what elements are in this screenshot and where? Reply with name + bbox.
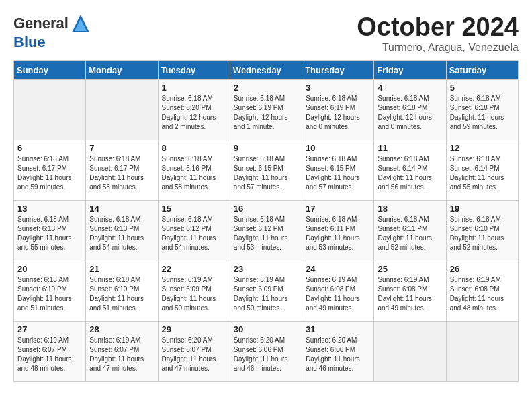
- week-row-4: 20 Sunrise: 6:18 AMSunset: 6:10 PMDaylig…: [14, 261, 519, 321]
- day-cell: 28 Sunrise: 6:19 AMSunset: 6:07 PMDaylig…: [86, 321, 158, 381]
- day-cell: 27 Sunrise: 6:19 AMSunset: 6:07 PMDaylig…: [14, 321, 86, 381]
- day-number: 17: [306, 203, 370, 214]
- column-header-tuesday: Tuesday: [158, 60, 230, 79]
- day-number: 23: [234, 264, 298, 274]
- day-detail: Sunrise: 6:20 AMSunset: 6:07 PMDaylight:…: [162, 336, 226, 373]
- day-cell: 23 Sunrise: 6:19 AMSunset: 6:09 PMDaylig…: [230, 261, 302, 321]
- day-detail: Sunrise: 6:20 AMSunset: 6:06 PMDaylight:…: [234, 336, 298, 373]
- column-header-wednesday: Wednesday: [230, 60, 302, 79]
- day-number: 1: [162, 83, 226, 93]
- day-detail: Sunrise: 6:18 AMSunset: 6:16 PMDaylight:…: [162, 154, 226, 192]
- day-cell: 1 Sunrise: 6:18 AMSunset: 6:20 PMDayligh…: [158, 79, 230, 140]
- day-detail: Sunrise: 6:20 AMSunset: 6:06 PMDaylight:…: [306, 336, 370, 373]
- day-number: 5: [450, 83, 515, 93]
- day-cell: 6 Sunrise: 6:18 AMSunset: 6:17 PMDayligh…: [14, 140, 86, 200]
- day-number: 26: [450, 264, 515, 274]
- day-number: 7: [89, 143, 154, 153]
- day-cell: [446, 321, 518, 381]
- day-cell: 24 Sunrise: 6:19 AMSunset: 6:08 PMDaylig…: [302, 261, 374, 321]
- column-header-sunday: Sunday: [14, 60, 86, 79]
- day-number: 28: [89, 324, 154, 334]
- day-cell: 12 Sunrise: 6:18 AMSunset: 6:14 PMDaylig…: [446, 140, 518, 200]
- day-number: 25: [378, 264, 442, 274]
- day-detail: Sunrise: 6:19 AMSunset: 6:08 PMDaylight:…: [450, 275, 515, 313]
- day-number: 8: [162, 143, 226, 153]
- day-number: 9: [234, 143, 298, 153]
- day-cell: 15 Sunrise: 6:18 AMSunset: 6:12 PMDaylig…: [158, 200, 230, 261]
- day-number: 31: [306, 324, 370, 334]
- day-cell: 13 Sunrise: 6:18 AMSunset: 6:13 PMDaylig…: [14, 200, 86, 261]
- day-cell: 11 Sunrise: 6:18 AMSunset: 6:14 PMDaylig…: [374, 140, 446, 200]
- day-detail: Sunrise: 6:18 AMSunset: 6:20 PMDaylight:…: [162, 94, 226, 132]
- logo: General Blue: [13, 13, 91, 51]
- day-detail: Sunrise: 6:18 AMSunset: 6:10 PMDaylight:…: [17, 275, 82, 313]
- day-detail: Sunrise: 6:18 AMSunset: 6:18 PMDaylight:…: [450, 94, 515, 132]
- column-header-saturday: Saturday: [446, 60, 518, 79]
- day-cell: [86, 79, 158, 140]
- day-number: 27: [17, 324, 82, 334]
- day-detail: Sunrise: 6:18 AMSunset: 6:10 PMDaylight:…: [450, 215, 515, 253]
- day-cell: 10 Sunrise: 6:18 AMSunset: 6:15 PMDaylig…: [302, 140, 374, 200]
- title-section: October 2024 Turmero, Aragua, Venezuela: [357, 13, 519, 54]
- logo-general-text: General: [13, 15, 69, 32]
- day-detail: Sunrise: 6:18 AMSunset: 6:14 PMDaylight:…: [378, 154, 442, 192]
- day-detail: Sunrise: 6:18 AMSunset: 6:19 PMDaylight:…: [234, 94, 298, 132]
- day-number: 3: [306, 83, 370, 93]
- day-cell: 25 Sunrise: 6:19 AMSunset: 6:08 PMDaylig…: [374, 261, 446, 321]
- day-cell: 9 Sunrise: 6:18 AMSunset: 6:15 PMDayligh…: [230, 140, 302, 200]
- day-cell: 5 Sunrise: 6:18 AMSunset: 6:18 PMDayligh…: [446, 79, 518, 140]
- day-detail: Sunrise: 6:19 AMSunset: 6:07 PMDaylight:…: [17, 336, 82, 373]
- day-number: 29: [162, 324, 226, 334]
- page-header: General Blue October 2024 Turmero, Aragu…: [13, 13, 519, 54]
- header-row: SundayMondayTuesdayWednesdayThursdayFrid…: [14, 60, 519, 79]
- day-cell: 31 Sunrise: 6:20 AMSunset: 6:06 PMDaylig…: [302, 321, 374, 381]
- day-cell: 16 Sunrise: 6:18 AMSunset: 6:12 PMDaylig…: [230, 200, 302, 261]
- day-detail: Sunrise: 6:18 AMSunset: 6:12 PMDaylight:…: [162, 215, 226, 253]
- day-detail: Sunrise: 6:19 AMSunset: 6:08 PMDaylight:…: [378, 275, 442, 313]
- day-detail: Sunrise: 6:19 AMSunset: 6:09 PMDaylight:…: [234, 275, 298, 313]
- day-detail: Sunrise: 6:18 AMSunset: 6:14 PMDaylight:…: [450, 154, 515, 192]
- day-detail: Sunrise: 6:19 AMSunset: 6:07 PMDaylight:…: [89, 336, 154, 373]
- day-number: 11: [378, 143, 442, 153]
- day-detail: Sunrise: 6:18 AMSunset: 6:19 PMDaylight:…: [306, 94, 370, 132]
- day-detail: Sunrise: 6:18 AMSunset: 6:10 PMDaylight:…: [89, 275, 154, 313]
- day-cell: 17 Sunrise: 6:18 AMSunset: 6:11 PMDaylig…: [302, 200, 374, 261]
- day-number: 13: [17, 203, 82, 214]
- day-cell: 18 Sunrise: 6:18 AMSunset: 6:11 PMDaylig…: [374, 200, 446, 261]
- day-cell: 20 Sunrise: 6:18 AMSunset: 6:10 PMDaylig…: [14, 261, 86, 321]
- day-cell: 8 Sunrise: 6:18 AMSunset: 6:16 PMDayligh…: [158, 140, 230, 200]
- day-number: 30: [234, 324, 298, 334]
- day-detail: Sunrise: 6:18 AMSunset: 6:18 PMDaylight:…: [378, 94, 442, 132]
- day-number: 18: [378, 203, 442, 214]
- day-cell: 26 Sunrise: 6:19 AMSunset: 6:08 PMDaylig…: [446, 261, 518, 321]
- day-detail: Sunrise: 6:19 AMSunset: 6:08 PMDaylight:…: [306, 275, 370, 313]
- day-number: 2: [234, 83, 298, 93]
- week-row-2: 6 Sunrise: 6:18 AMSunset: 6:17 PMDayligh…: [14, 140, 519, 200]
- location: Turmero, Aragua, Venezuela: [357, 42, 519, 54]
- day-number: 15: [162, 203, 226, 214]
- day-cell: 3 Sunrise: 6:18 AMSunset: 6:19 PMDayligh…: [302, 79, 374, 140]
- day-cell: 7 Sunrise: 6:18 AMSunset: 6:17 PMDayligh…: [86, 140, 158, 200]
- day-number: 6: [17, 143, 82, 153]
- day-cell: 21 Sunrise: 6:18 AMSunset: 6:10 PMDaylig…: [86, 261, 158, 321]
- day-cell: 19 Sunrise: 6:18 AMSunset: 6:10 PMDaylig…: [446, 200, 518, 261]
- day-detail: Sunrise: 6:18 AMSunset: 6:12 PMDaylight:…: [234, 215, 298, 253]
- day-cell: [374, 321, 446, 381]
- day-detail: Sunrise: 6:18 AMSunset: 6:13 PMDaylight:…: [17, 215, 82, 253]
- day-detail: Sunrise: 6:18 AMSunset: 6:11 PMDaylight:…: [306, 215, 370, 253]
- day-detail: Sunrise: 6:18 AMSunset: 6:11 PMDaylight:…: [378, 215, 442, 253]
- day-number: 14: [89, 203, 154, 214]
- day-number: 24: [306, 264, 370, 274]
- day-detail: Sunrise: 6:18 AMSunset: 6:15 PMDaylight:…: [306, 154, 370, 192]
- week-row-1: 1 Sunrise: 6:18 AMSunset: 6:20 PMDayligh…: [14, 79, 519, 140]
- day-cell: 22 Sunrise: 6:19 AMSunset: 6:09 PMDaylig…: [158, 261, 230, 321]
- logo-blue-text: Blue: [13, 34, 46, 51]
- day-number: 4: [378, 83, 442, 93]
- day-detail: Sunrise: 6:18 AMSunset: 6:17 PMDaylight:…: [17, 154, 82, 192]
- calendar-table: SundayMondayTuesdayWednesdayThursdayFrid…: [13, 60, 519, 382]
- day-cell: 14 Sunrise: 6:18 AMSunset: 6:13 PMDaylig…: [86, 200, 158, 261]
- day-cell: 30 Sunrise: 6:20 AMSunset: 6:06 PMDaylig…: [230, 321, 302, 381]
- column-header-monday: Monday: [86, 60, 158, 79]
- logo-icon: [71, 13, 91, 34]
- week-row-5: 27 Sunrise: 6:19 AMSunset: 6:07 PMDaylig…: [14, 321, 519, 381]
